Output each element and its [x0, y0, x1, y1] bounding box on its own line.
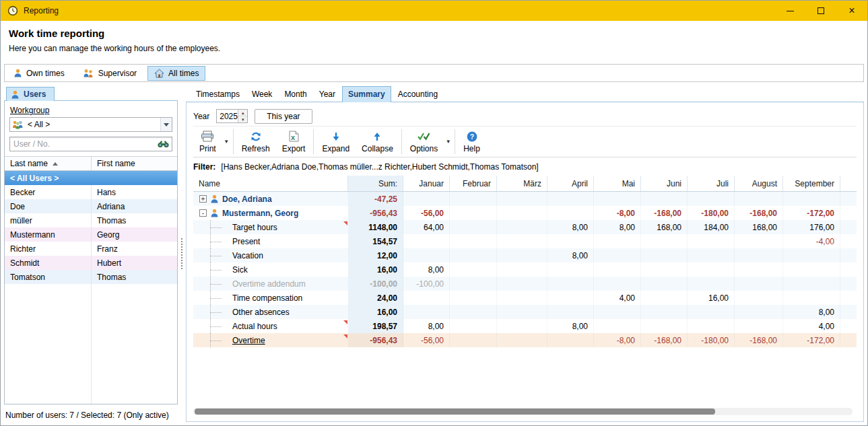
month-cell: -180,00: [688, 333, 735, 347]
all-users-row[interactable]: < All Users >: [5, 171, 177, 185]
tool-label: Help: [463, 144, 480, 153]
spin-up-icon[interactable]: ▲: [238, 110, 247, 116]
user-search-input[interactable]: [10, 139, 154, 149]
user-row[interactable]: SchmidtHubert: [5, 256, 177, 270]
column-label: First name: [97, 159, 135, 168]
month-cell: [450, 277, 497, 291]
report-row[interactable]: Target hours1148,0064,008,008,00168,0018…: [193, 220, 857, 234]
month-cell: [450, 319, 497, 333]
report-toolbar: Print ▼ Refresh X Export: [193, 126, 857, 157]
user-row[interactable]: DoeAdriana: [5, 199, 177, 213]
report-column-header[interactable]: März: [497, 176, 547, 191]
tab-supervisor[interactable]: Supervisor: [75, 66, 143, 81]
group-name: Doe, Adriana: [222, 194, 272, 204]
options-dropdown-arrow[interactable]: ▼: [444, 133, 453, 151]
tab-year[interactable]: Year: [314, 87, 341, 102]
month-cell: -8,00: [594, 333, 641, 347]
report-column-header[interactable]: Name: [193, 176, 348, 191]
month-cell: [594, 248, 641, 262]
report-row[interactable]: Overtime addendum-100,00-100,00: [193, 277, 857, 291]
expand-button[interactable]: Expand: [316, 127, 356, 157]
binoculars-icon[interactable]: [154, 140, 172, 148]
tab-own-times[interactable]: Own times: [7, 66, 71, 81]
tab-users[interactable]: Users: [6, 87, 55, 101]
tab-month[interactable]: Month: [279, 87, 312, 102]
report-column-header[interactable]: April: [547, 176, 594, 191]
tab-summary[interactable]: Summary: [342, 86, 391, 102]
tab-timestamps[interactable]: Timestamps: [191, 87, 245, 102]
report-row-name: Actual hours: [193, 319, 348, 333]
month-cell: 168,00: [735, 220, 783, 234]
report-row[interactable]: Time compensation24,004,0016,00: [193, 291, 857, 305]
month-cell: 8,00: [547, 220, 594, 234]
spin-down-icon[interactable]: ▼: [238, 116, 247, 122]
report-row[interactable]: Present154,57-4,00: [193, 234, 857, 248]
users-panel: Users Workgroup < All >: [4, 85, 178, 422]
report-row-name: +Doe, Adriana: [193, 192, 348, 206]
month-cell: [547, 291, 594, 305]
report-row[interactable]: Vacation12,008,00: [193, 248, 857, 262]
scrollbar-thumb[interactable]: [195, 409, 715, 415]
printer-icon: [201, 131, 214, 143]
user-first-name: Franz: [92, 242, 177, 256]
workgroup-select[interactable]: < All >: [9, 117, 172, 132]
this-year-button[interactable]: This year: [255, 109, 312, 124]
report-row[interactable]: +Doe, Adriana-47,25: [193, 192, 857, 206]
report-row[interactable]: Sick16,008,00: [193, 262, 857, 277]
minimize-button[interactable]: [774, 1, 805, 21]
report-column-header[interactable]: August: [735, 176, 783, 191]
report-column-header[interactable]: Juli: [688, 176, 735, 191]
user-row[interactable]: TomatsonThomas: [5, 270, 177, 284]
tab-week[interactable]: Week: [246, 87, 277, 102]
chevron-down-icon[interactable]: [160, 118, 172, 131]
person-icon: [210, 194, 219, 203]
report-row[interactable]: Actual hours198,578,008,004,00: [193, 319, 857, 333]
column-header-last-name[interactable]: Last name: [5, 157, 92, 170]
sum-cell: 16,00: [348, 305, 403, 319]
maximize-button[interactable]: [805, 1, 836, 21]
month-cell: [641, 277, 688, 291]
refresh-button[interactable]: Refresh: [236, 127, 276, 157]
report-column-header[interactable]: September: [783, 176, 840, 191]
horizontal-scrollbar[interactable]: [193, 408, 853, 415]
close-button[interactable]: ×: [836, 1, 867, 21]
options-button[interactable]: Options: [404, 127, 444, 157]
month-cell: -172,00: [783, 333, 840, 347]
tab-accounting[interactable]: Accounting: [393, 87, 443, 102]
month-cell: [450, 192, 497, 206]
month-cell: [735, 277, 783, 291]
tab-all-times[interactable]: All times: [147, 66, 205, 81]
help-button[interactable]: ? Help: [457, 127, 486, 157]
report-row[interactable]: -Mustermann, Georg-956,43-56,00-8,00-168…: [193, 206, 857, 220]
sum-cell: 198,57: [348, 319, 403, 333]
month-cell: -180,00: [688, 206, 735, 220]
user-row[interactable]: RichterFranz: [5, 242, 177, 256]
sum-cell: 12,00: [348, 248, 403, 262]
report-column-header[interactable]: Juni: [641, 176, 688, 191]
month-cell: -168,00: [641, 206, 688, 220]
panel-splitter[interactable]: [180, 85, 184, 422]
report-column-header[interactable]: Mai: [594, 176, 641, 191]
month-cell: [497, 291, 547, 305]
year-spinner[interactable]: 2025 ▲ ▼: [216, 109, 248, 123]
tool-label: Collapse: [362, 144, 393, 153]
report-column-header[interactable]: Sum:: [348, 176, 403, 191]
month-cell: [450, 248, 497, 262]
column-header-first-name[interactable]: First name: [92, 157, 177, 170]
export-button[interactable]: X Export: [276, 127, 312, 157]
collapse-row-toggle[interactable]: -: [199, 209, 207, 217]
month-cell: [783, 277, 840, 291]
report-column-header[interactable]: Januar: [403, 176, 450, 191]
report-row[interactable]: Other absences16,008,00: [193, 305, 857, 319]
month-cell: [403, 291, 450, 305]
user-row[interactable]: müllerThomas: [5, 213, 177, 227]
report-row[interactable]: Overtime-956,43-56,00-8,00-168,00-180,00…: [193, 333, 857, 347]
print-dropdown-arrow[interactable]: ▼: [222, 133, 231, 151]
report-column-header[interactable]: Februar: [450, 176, 497, 191]
user-row[interactable]: MustermannGeorg: [5, 227, 177, 242]
expand-row-toggle[interactable]: +: [199, 195, 207, 203]
user-row[interactable]: BeckerHans: [5, 185, 177, 199]
sum-cell: -100,00: [348, 277, 403, 291]
print-button[interactable]: Print: [193, 127, 222, 157]
collapse-button[interactable]: Collapse: [356, 127, 399, 157]
